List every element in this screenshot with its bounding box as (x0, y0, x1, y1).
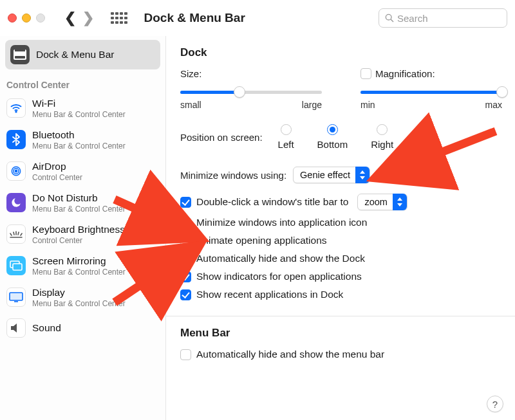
svg-point-6 (15, 170, 17, 172)
section-title-menubar: Menu Bar (180, 327, 502, 340)
size-label: Size: (180, 68, 322, 79)
auto-hide-dock-checkbox[interactable] (180, 253, 191, 264)
minimize-using-value: Genie effect (300, 170, 350, 180)
svg-rect-16 (13, 264, 22, 270)
svg-line-11 (14, 232, 14, 235)
dock-icon (14, 50, 26, 60)
forward-button[interactable]: ❯ (82, 11, 94, 25)
select-arrows-icon (393, 194, 407, 210)
sidebar-item-dnd[interactable]: Do Not Disturb Menu Bar & Control Center (0, 187, 165, 219)
sidebar-item-label: Do Not Disturb (32, 192, 126, 205)
sidebar-item-sub: Menu Bar & Control Center (32, 299, 126, 308)
mag-max-label: max (485, 100, 502, 110)
content-pane: Dock Size: small large Magnification: (166, 36, 515, 420)
sidebar-item-sub: Control Center (32, 236, 125, 245)
position-option-label: Left (278, 139, 294, 150)
svg-line-1 (391, 19, 393, 22)
back-button[interactable]: ❮ (64, 11, 76, 25)
mag-min-label: min (360, 100, 375, 110)
sidebar-item-label: Screen Mirroring (32, 255, 126, 268)
screen-mirroring-icon (10, 260, 23, 271)
search-icon (384, 13, 395, 23)
size-min-label: small (180, 100, 201, 110)
sidebar-item-screen-mirroring[interactable]: Screen Mirroring Menu Bar & Control Cent… (0, 250, 165, 282)
sound-icon (10, 323, 23, 333)
sidebar-item-sub: Menu Bar & Control Center (32, 268, 126, 277)
sidebar-item-dock-menubar[interactable]: Dock & Menu Bar (5, 40, 160, 69)
double-click-action-select[interactable]: zoom (357, 194, 407, 210)
sidebar-item-label: Bluetooth (32, 129, 126, 142)
size-slider[interactable] (180, 86, 322, 98)
section-title-dock: Dock (180, 46, 502, 59)
search-placeholder: Search (397, 13, 428, 24)
minimize-into-icon-label: Minimize windows into application icon (196, 217, 367, 228)
keyboard-brightness-icon (9, 230, 23, 239)
position-option-bottom[interactable]: Bottom (317, 124, 348, 150)
display-icon (9, 292, 23, 302)
sidebar-item-sub: Menu Bar & Control Center (32, 142, 126, 151)
all-prefs-icon[interactable] (111, 12, 127, 24)
position-option-left[interactable]: Left (278, 124, 294, 150)
show-indicators-label: Show indicators for open applications (196, 271, 362, 282)
bluetooth-icon (12, 133, 21, 146)
show-recent-apps-checkbox[interactable] (180, 289, 191, 300)
sidebar-item-keyboard-brightness[interactable]: Keyboard Brightness Control Center (0, 219, 165, 250)
svg-line-13 (18, 232, 19, 235)
moon-icon (10, 197, 22, 208)
close-button[interactable] (8, 14, 17, 23)
sidebar-item-sub: Menu Bar & Control Center (32, 110, 126, 119)
help-button[interactable]: ? (487, 396, 503, 412)
position-option-label: Bottom (317, 139, 348, 150)
double-click-action-value: zoom (364, 197, 387, 207)
double-click-checkbox[interactable] (180, 197, 191, 208)
magnification-checkbox[interactable] (360, 68, 371, 79)
svg-line-10 (10, 233, 12, 235)
zoom-button[interactable] (36, 14, 45, 23)
sidebar: Dock & Menu Bar Control Center Wi-Fi Men… (0, 36, 166, 420)
svg-line-14 (21, 233, 22, 235)
minimize-button[interactable] (22, 14, 31, 23)
position-option-label: Right (371, 139, 393, 150)
select-arrows-icon (355, 167, 370, 183)
svg-rect-17 (10, 293, 23, 300)
sidebar-item-label: Display (32, 287, 126, 299)
sidebar-item-sound[interactable]: Sound (0, 313, 165, 343)
wifi-icon (10, 102, 23, 114)
double-click-label: Double-click a window's title bar to (196, 196, 348, 208)
airdrop-icon (10, 165, 23, 178)
magnification-slider[interactable] (360, 86, 502, 98)
svg-point-0 (386, 14, 391, 20)
search-input[interactable]: Search (379, 8, 507, 28)
animate-opening-label: Animate opening applications (196, 235, 327, 246)
sidebar-section-control-center: Control Center (0, 76, 165, 93)
position-option-right[interactable]: Right (371, 124, 393, 150)
svg-rect-3 (15, 56, 25, 59)
sidebar-item-label: Keyboard Brightness (32, 224, 125, 236)
minimize-using-label: Minimize windows using: (180, 170, 286, 181)
sidebar-item-label: Sound (32, 322, 61, 334)
svg-point-5 (15, 111, 17, 113)
toolbar: ❮ ❯ Dock & Menu Bar Search (0, 0, 515, 36)
auto-hide-dock-label: Automatically hide and show the Dock (196, 253, 365, 264)
minimize-into-icon-checkbox[interactable] (180, 217, 191, 228)
auto-hide-menubar-checkbox[interactable] (180, 349, 191, 360)
sidebar-item-label: Dock & Menu Bar (36, 49, 114, 61)
show-indicators-checkbox[interactable] (180, 271, 191, 282)
sidebar-item-wifi[interactable]: Wi-Fi Menu Bar & Control Center (0, 93, 165, 124)
sidebar-item-sub: Menu Bar & Control Center (32, 205, 126, 214)
magnification-label: Magnification: (375, 68, 435, 79)
window-controls (8, 14, 45, 23)
show-recent-apps-label: Show recent applications in Dock (196, 289, 343, 300)
position-label: Position on screen: (180, 132, 263, 143)
svg-rect-4 (15, 50, 25, 51)
size-max-label: large (302, 100, 322, 110)
sidebar-item-sub: Control Center (32, 173, 82, 182)
sidebar-item-bluetooth[interactable]: Bluetooth Menu Bar & Control Center (0, 124, 165, 156)
sidebar-item-display[interactable]: Display Menu Bar & Control Center (0, 282, 165, 313)
sidebar-item-label: AirDrop (32, 161, 82, 173)
sidebar-item-airdrop[interactable]: AirDrop Control Center (0, 156, 165, 187)
section-divider (166, 316, 515, 316)
minimize-using-select[interactable]: Genie effect (293, 167, 370, 183)
animate-opening-checkbox[interactable] (180, 235, 191, 246)
sidebar-item-label: Wi-Fi (32, 98, 126, 110)
